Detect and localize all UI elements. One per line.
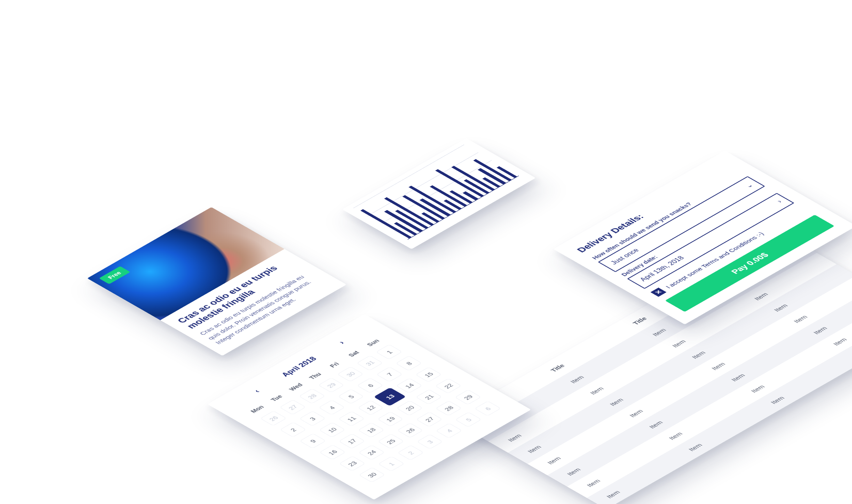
calendar-day[interactable]: 9 [296, 432, 329, 450]
calendar-day[interactable]: 16 [316, 443, 349, 462]
frequency-value: Just once [609, 247, 641, 265]
chevron-right-icon: › [775, 199, 783, 203]
chart-bar [420, 198, 451, 216]
calendar-day[interactable]: 19 [374, 410, 407, 429]
calendar-day[interactable]: 10 [316, 420, 349, 439]
calendar-day[interactable]: 2 [277, 420, 309, 439]
chart-bar [394, 222, 417, 235]
calendar-prev-button[interactable]: ‹ [247, 385, 267, 397]
terms-checkbox[interactable]: ✕ [651, 288, 667, 297]
calendar-day[interactable]: 2 [395, 444, 427, 462]
calendar-day[interactable]: 5 [452, 410, 485, 429]
chart-bar [395, 210, 428, 229]
calendar-day[interactable]: 30 [356, 466, 388, 484]
calendar-day[interactable]: 17 [336, 432, 368, 450]
calendar: ‹ April 2018 › MonTueWedThuFriSatSun2627… [208, 314, 531, 499]
calendar-day[interactable]: 1 [375, 454, 407, 473]
calendar-day[interactable]: 3 [296, 410, 328, 428]
chart-bar [408, 186, 456, 213]
chart-bar [384, 197, 434, 226]
calendar-day[interactable]: 3 [414, 432, 446, 451]
calendar-next-button[interactable]: › [332, 337, 352, 348]
calendar-day[interactable]: 18 [355, 421, 387, 439]
chart-bar [421, 212, 439, 223]
chart-bar [450, 190, 473, 203]
calendar-day[interactable]: 26 [394, 421, 427, 439]
calendar-day[interactable]: 24 [355, 443, 388, 462]
calendar-day[interactable]: 23 [336, 454, 369, 473]
chart-bar [402, 195, 445, 219]
calendar-day[interactable]: 4 [433, 421, 465, 440]
calendar-day[interactable]: 11 [335, 410, 368, 428]
chevron-down-icon: ⌄ [743, 182, 755, 189]
chart-bar [384, 210, 422, 232]
calendar-day[interactable]: 27 [413, 410, 446, 429]
calendar-grid: MonTueWedThuFriSatSun2627282930311234567… [239, 333, 510, 488]
chart-bar [444, 199, 462, 210]
article-hero-image [87, 207, 285, 320]
calendar-weekday: Mon [246, 403, 270, 417]
chart-bar [430, 185, 467, 207]
chart-bar [497, 166, 517, 178]
calendar-day[interactable]: 25 [374, 432, 407, 451]
calendar-day[interactable]: 26 [257, 409, 290, 428]
article-card: Free Cras ac odio eu eu turpis molestie … [87, 207, 346, 356]
chart-bar [360, 209, 412, 239]
bar-chart [342, 138, 536, 249]
calendar-day[interactable]: 6 [471, 399, 504, 418]
